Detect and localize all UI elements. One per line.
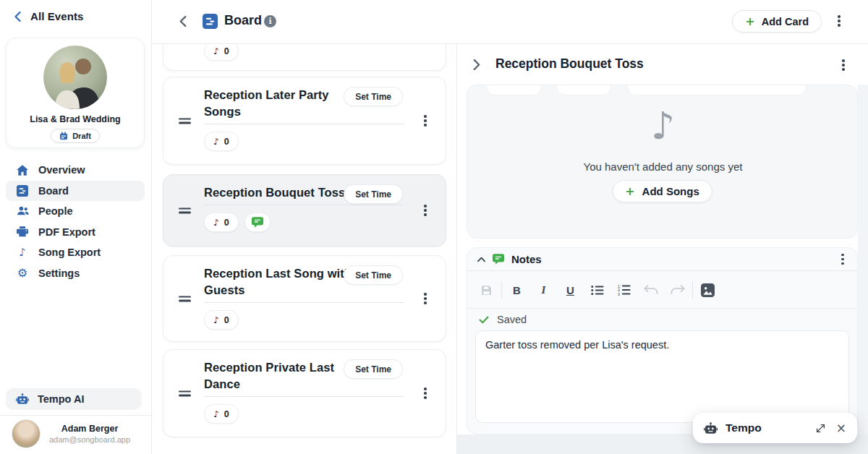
board-icon xyxy=(16,184,29,197)
redo-button[interactable] xyxy=(664,280,691,299)
card-reception-later-party-songs[interactable]: Set Time Reception Later Party Songs ♪ 0 xyxy=(163,77,446,165)
sidebar-item-label: Song Export xyxy=(38,247,101,258)
clipped-button[interactable] xyxy=(486,85,542,95)
board-menu-button[interactable] xyxy=(835,12,843,30)
clipped-input[interactable] xyxy=(627,85,807,95)
notes-editor[interactable]: Garter toss removed per Lisa's request. xyxy=(475,330,849,423)
robot-icon xyxy=(16,393,29,405)
music-note-icon: ♪ xyxy=(213,218,219,227)
user-menu[interactable]: Adam Berger adam@songboard.app xyxy=(12,419,139,448)
detail-menu-button[interactable] xyxy=(839,56,848,74)
toolbar-divider xyxy=(501,281,502,299)
card-menu-button[interactable] xyxy=(421,290,430,307)
event-card[interactable]: Lisa & Brad Wedding Draft xyxy=(6,38,145,148)
add-songs-button[interactable]: + Add Songs xyxy=(612,180,712,202)
cards-list[interactable]: ♪ 0 Set Time Reception Later Party Songs… xyxy=(152,44,456,454)
bullet-list-icon xyxy=(591,285,604,296)
back-to-all-events[interactable]: All Events xyxy=(14,10,84,22)
card-content: Reception Private Last Dance ♪ 0 xyxy=(163,350,446,424)
sidebar-item-label: PDF Export xyxy=(38,226,95,238)
tempo-ai-button[interactable]: Tempo AI xyxy=(6,388,142,410)
undo-icon xyxy=(644,285,658,295)
card-divider xyxy=(204,396,404,397)
add-card-label: Add Card xyxy=(762,16,809,27)
bullet-list-button[interactable] xyxy=(584,280,610,299)
home-icon xyxy=(16,163,29,176)
song-count: 0 xyxy=(224,315,229,325)
drag-handle-icon[interactable] xyxy=(179,205,191,215)
music-note-icon: ♪ xyxy=(16,246,29,259)
collapse-notes-button[interactable] xyxy=(477,257,485,262)
sidebar-nav: Overview Board People PDF Export ♪ Song … xyxy=(6,160,145,283)
sidebar-item-overview[interactable]: Overview xyxy=(6,160,145,181)
info-icon[interactable]: i xyxy=(264,15,276,27)
note-indicator-badge[interactable] xyxy=(244,213,271,232)
printer-icon xyxy=(16,226,29,239)
card-reception-private-last-dance[interactable]: Set Time Reception Private Last Dance ♪ … xyxy=(163,349,446,437)
song-count: 0 xyxy=(224,137,229,147)
scrollbar-track[interactable] xyxy=(858,85,868,454)
drag-handle-icon[interactable] xyxy=(179,387,191,398)
notes-title: Notes xyxy=(511,253,542,265)
set-time-button[interactable]: Set Time xyxy=(344,87,403,106)
undo-button[interactable] xyxy=(637,280,664,299)
bold-icon: B xyxy=(513,284,521,296)
card-content: Reception Later Party Songs ♪ 0 xyxy=(163,77,446,151)
event-name: Lisa & Brad Wedding xyxy=(7,114,144,124)
song-count-badge[interactable]: ♪ 0 xyxy=(204,132,239,151)
sidebar-item-board[interactable]: Board xyxy=(6,181,145,202)
collapse-panel-button[interactable] xyxy=(473,59,480,70)
card-partial[interactable]: ♪ 0 xyxy=(163,44,446,71)
drag-handle-icon[interactable] xyxy=(179,293,191,304)
card-menu-button[interactable] xyxy=(421,385,430,402)
card-reception-bouquet-toss[interactable]: Set Time Reception Bouquet Toss ♪ 0 xyxy=(163,174,446,247)
robot-icon xyxy=(704,422,718,434)
numbered-list-button[interactable]: 123 xyxy=(610,280,637,299)
sidebar-item-people[interactable]: People xyxy=(6,201,145,222)
sidebar-item-song-export[interactable]: ♪ Song Export xyxy=(6,242,145,263)
back-button[interactable] xyxy=(179,16,187,27)
song-count-badge[interactable]: ♪ 0 xyxy=(204,44,239,61)
card-reception-last-song-with-guests[interactable]: Set Time Reception Last Song with Guests… xyxy=(163,255,446,342)
sidebar-item-label: Overview xyxy=(38,164,85,176)
notes-menu-button[interactable] xyxy=(838,251,847,268)
drag-handle-icon[interactable] xyxy=(179,115,191,126)
people-icon xyxy=(16,205,29,218)
song-count-badge[interactable]: ♪ 0 xyxy=(204,310,239,330)
clipped-button[interactable] xyxy=(556,85,611,95)
bold-button[interactable]: B xyxy=(503,280,530,299)
event-status-badge[interactable]: Draft xyxy=(51,129,100,143)
insert-image-button[interactable] xyxy=(694,280,721,299)
plus-icon: + xyxy=(745,16,754,27)
add-songs-label: Add Songs xyxy=(642,185,699,197)
save-icon xyxy=(480,284,493,296)
close-widget-button[interactable]: × xyxy=(836,422,846,434)
notes-panel: Notes B I U 123 xyxy=(467,247,858,434)
underline-button[interactable]: U xyxy=(557,280,584,299)
tempo-chat-widget[interactable]: Tempo × xyxy=(693,413,857,443)
save-button[interactable] xyxy=(473,280,500,299)
card-title: Reception Last Song with Guests xyxy=(204,265,357,299)
set-time-button[interactable]: Set Time xyxy=(344,359,403,379)
add-card-button[interactable]: + Add Card xyxy=(732,10,822,33)
music-note-icon: ♪ xyxy=(213,410,219,419)
sidebar-divider xyxy=(0,415,152,416)
card-menu-button[interactable] xyxy=(421,202,430,219)
set-time-button[interactable]: Set Time xyxy=(344,265,403,285)
song-count-badge[interactable]: ♪ 0 xyxy=(204,404,239,424)
note-icon xyxy=(493,254,504,265)
expand-widget-button[interactable] xyxy=(815,423,826,434)
user-name: Adam Berger xyxy=(41,424,139,434)
card-title: Reception Private Last Dance xyxy=(204,359,357,393)
set-time-button[interactable]: Set Time xyxy=(344,184,403,204)
music-note-icon: ♪ xyxy=(213,47,219,56)
sidebar-item-pdf-export[interactable]: PDF Export xyxy=(6,222,145,243)
italic-button[interactable]: I xyxy=(530,280,557,299)
music-note-icon: ♪ xyxy=(213,316,219,325)
song-count-badge[interactable]: ♪ 0 xyxy=(204,213,239,232)
card-menu-button[interactable] xyxy=(421,112,430,129)
card-divider xyxy=(204,302,404,303)
empty-state-message: You haven't added any songs yet xyxy=(467,160,858,173)
sidebar-item-settings[interactable]: ⚙ Settings xyxy=(6,263,145,284)
event-status-label: Draft xyxy=(72,132,91,140)
